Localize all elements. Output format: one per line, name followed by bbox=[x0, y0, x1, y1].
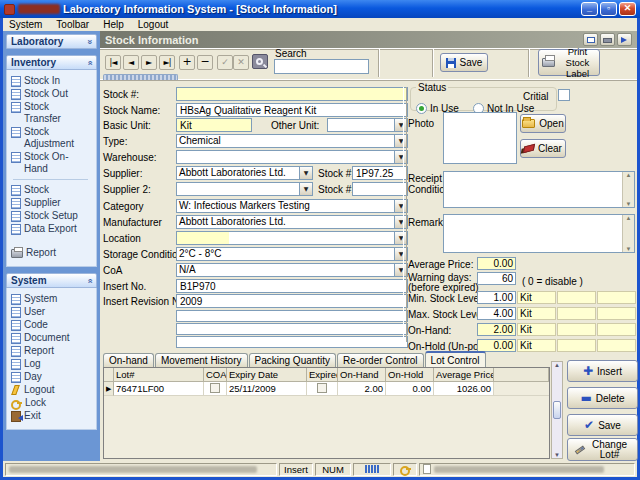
menu-system[interactable]: System bbox=[3, 19, 50, 30]
min-stock-level-value[interactable]: 1.00 bbox=[477, 291, 516, 304]
stock-no-input[interactable] bbox=[176, 87, 408, 101]
sidebar-item-exit[interactable]: Exit bbox=[11, 410, 94, 422]
supplier-dropdown[interactable]: Abbott Laboratories Ltd.▼ bbox=[176, 166, 313, 180]
menu-help[interactable]: Help bbox=[97, 19, 132, 30]
manufacturer-dropdown[interactable]: Abbott Laboratories Ltd.▼ bbox=[176, 215, 408, 229]
nav-last-button[interactable]: ►| bbox=[159, 55, 175, 70]
sidebar-item-stock-transfer[interactable]: Stock Transfer bbox=[11, 101, 94, 125]
sidebar-header-inventory[interactable]: Inventory » bbox=[6, 55, 97, 70]
maximize-button[interactable]: ▫ bbox=[600, 2, 617, 16]
cell-lot[interactable]: 76471LF00 bbox=[114, 382, 204, 396]
sidebar-item-user[interactable]: User bbox=[11, 306, 94, 318]
basic-unit-input[interactable] bbox=[176, 118, 252, 132]
extra-field-3[interactable] bbox=[176, 336, 408, 348]
insert-no-input[interactable] bbox=[176, 279, 408, 293]
category-dropdown[interactable]: W: Infectious Markers Testing▼ bbox=[176, 199, 408, 213]
tab-packing-quantity[interactable]: Packing Quantity bbox=[249, 353, 337, 367]
print-stock-label-button[interactable]: Print Stock Label bbox=[538, 49, 600, 76]
sidebar-item-logout[interactable]: Logout bbox=[11, 384, 94, 396]
scrollbar-thumb[interactable] bbox=[553, 401, 561, 419]
nav-prior-button[interactable]: ◄ bbox=[123, 55, 139, 70]
scroll-up-icon[interactable]: ▲ bbox=[623, 172, 634, 178]
extra-field-1[interactable] bbox=[176, 310, 408, 322]
cell-on-hold[interactable]: 0.00 bbox=[386, 382, 434, 396]
tab-re-order-control[interactable]: Re-order Control bbox=[337, 353, 423, 367]
tab-movement-history[interactable]: Movement History bbox=[155, 353, 248, 367]
coa-dropdown[interactable]: N/A▼ bbox=[176, 263, 408, 277]
nav-search-button[interactable] bbox=[252, 54, 268, 69]
insert-revision-no-input[interactable] bbox=[176, 294, 408, 308]
sidebar-header-system[interactable]: System » bbox=[6, 273, 97, 288]
location-dropdown[interactable]: ▼ bbox=[176, 231, 408, 245]
insert-button[interactable]: ✚ Insert bbox=[567, 360, 638, 382]
col-on-hold[interactable]: On-Hold bbox=[386, 368, 434, 382]
nav-first-button[interactable]: |◄ bbox=[105, 55, 121, 70]
close-button[interactable]: ✕ bbox=[619, 2, 636, 16]
cell-average-price[interactable]: 1026.00 bbox=[434, 382, 494, 396]
col-expiry-date[interactable]: Expiry Date bbox=[227, 368, 307, 382]
col-expired[interactable]: Expired bbox=[307, 368, 338, 382]
col-lot[interactable]: Lot# bbox=[114, 368, 204, 382]
minimize-button[interactable]: _ bbox=[581, 2, 598, 16]
cell-coa[interactable] bbox=[204, 382, 227, 396]
warning-days-value[interactable]: 60 bbox=[477, 272, 516, 285]
extra-field-2[interactable] bbox=[176, 323, 408, 335]
scroll-down-icon[interactable]: ▼ bbox=[623, 246, 634, 252]
sidebar-item-report[interactable]: Report bbox=[11, 247, 94, 259]
critical-checkbox[interactable] bbox=[558, 89, 570, 101]
scroll-down-icon[interactable]: ▼ bbox=[552, 452, 562, 458]
nav-delete-button[interactable]: − bbox=[197, 55, 213, 70]
cell-on-hand[interactable]: 2.00 bbox=[338, 382, 386, 396]
scroll-down-icon[interactable]: ▼ bbox=[623, 201, 634, 207]
form-print-button[interactable] bbox=[600, 33, 615, 46]
grid-scrollbar[interactable]: ▲ ▼ bbox=[551, 361, 563, 459]
table-row[interactable]: ▶ 76471LF00 25/11/2009 2.00 0.00 1026.00 bbox=[104, 382, 549, 396]
sidebar-item-stock[interactable]: Stock bbox=[11, 184, 94, 196]
sidebar-item-supplier[interactable]: Supplier bbox=[11, 197, 94, 209]
receipt-condition-textarea[interactable]: ▲▼ bbox=[443, 171, 635, 208]
storage-condition-dropdown[interactable]: 2°C - 8°C▼ bbox=[176, 247, 408, 261]
menu-logout[interactable]: Logout bbox=[132, 19, 177, 30]
form-exit-button[interactable] bbox=[617, 33, 632, 46]
supplier2-stock-no-input[interactable] bbox=[352, 182, 408, 196]
scroll-up-icon[interactable]: ▲ bbox=[623, 215, 634, 221]
type-dropdown[interactable]: Chemical▼ bbox=[176, 134, 408, 148]
sidebar-item-log[interactable]: Log bbox=[11, 358, 94, 370]
remark-textarea[interactable]: ▲▼ bbox=[443, 214, 635, 253]
sidebar-item-stock-out[interactable]: Stock Out bbox=[11, 88, 94, 100]
other-unit-dropdown[interactable]: ▼ bbox=[327, 118, 408, 132]
form-window-button[interactable] bbox=[583, 33, 598, 46]
cell-expiry[interactable]: 25/11/2009 bbox=[227, 382, 307, 396]
supplier2-dropdown[interactable]: ▼ bbox=[176, 182, 313, 196]
sidebar-item-code[interactable]: Code bbox=[11, 319, 94, 331]
delete-button[interactable]: ▬ Delete bbox=[567, 387, 638, 409]
search-input[interactable] bbox=[274, 59, 369, 74]
stock-name-input[interactable] bbox=[176, 103, 408, 117]
dropdown-arrow-icon[interactable]: ▼ bbox=[299, 167, 312, 179]
average-price-value[interactable]: 0.00 bbox=[477, 257, 516, 270]
photo-clear-button[interactable]: Clear bbox=[520, 139, 566, 158]
scrollbar[interactable]: ▲▼ bbox=[622, 215, 634, 252]
sidebar-item-document[interactable]: Document bbox=[11, 332, 94, 344]
sidebar-item-stock-in[interactable]: Stock In bbox=[11, 75, 94, 87]
sidebar-item-lock[interactable]: Lock bbox=[11, 397, 94, 409]
scrollbar[interactable]: ▲▼ bbox=[622, 172, 634, 207]
nav-next-button[interactable]: ► bbox=[141, 55, 157, 70]
collapsed-tab-stub[interactable] bbox=[103, 74, 178, 80]
sidebar-item-data-export[interactable]: Data Export bbox=[11, 223, 94, 235]
col-on-hand[interactable]: On-Hand bbox=[338, 368, 386, 382]
sidebar-header-laboratory[interactable]: Laboratory » bbox=[6, 34, 97, 49]
tab-lot-control[interactable]: Lot Control bbox=[425, 351, 486, 367]
form-splitter[interactable] bbox=[403, 87, 407, 342]
save-row-button[interactable]: ✔ Save bbox=[567, 414, 638, 436]
checkbox-icon[interactable] bbox=[210, 383, 220, 393]
sidebar-item-stock-on-hand[interactable]: Stock On-Hand bbox=[11, 151, 94, 175]
photo-open-button[interactable]: Open bbox=[520, 114, 566, 133]
max-stock-level-value[interactable]: 4.00 bbox=[477, 307, 516, 320]
change-lot-button[interactable]: Change Lot# bbox=[567, 438, 638, 461]
checkbox-icon[interactable] bbox=[317, 383, 327, 393]
dropdown-arrow-icon[interactable]: ▼ bbox=[299, 183, 312, 195]
col-average-price[interactable]: Average Price bbox=[434, 368, 494, 382]
save-button[interactable]: Save bbox=[440, 53, 488, 72]
sidebar-item-stock-setup[interactable]: Stock Setup bbox=[11, 210, 94, 222]
